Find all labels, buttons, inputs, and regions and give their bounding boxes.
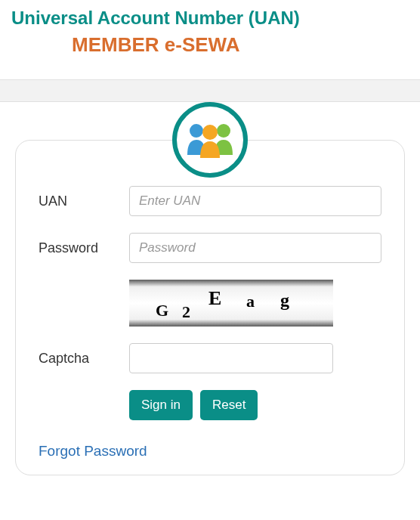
svg-point-2 xyxy=(202,125,218,140)
signin-button[interactable]: Sign in xyxy=(129,390,193,420)
page-header: Universal Account Number (UAN) MEMBER e-… xyxy=(0,0,420,72)
uan-input[interactable] xyxy=(129,186,381,216)
reset-button[interactable]: Reset xyxy=(200,390,258,420)
captcha-char-4: a xyxy=(246,292,255,311)
uan-label: UAN xyxy=(39,193,129,209)
password-label: Password xyxy=(39,240,129,256)
divider-band xyxy=(0,79,420,102)
title-uan: Universal Account Number (UAN) xyxy=(11,8,409,29)
password-input[interactable] xyxy=(129,233,381,263)
people-group-icon xyxy=(172,102,248,178)
login-card: UAN Password G 2 E a g Captcha Sign in R… xyxy=(15,140,405,475)
captcha-char-1: G xyxy=(156,301,168,320)
captcha-char-5: g xyxy=(280,290,289,311)
captcha-char-3: E xyxy=(208,287,221,310)
captcha-image: G 2 E a g xyxy=(129,280,333,327)
title-member-esewa: MEMBER e-SEWA xyxy=(11,33,409,57)
captcha-input[interactable] xyxy=(129,343,333,373)
svg-point-1 xyxy=(217,124,230,138)
captcha-label: Captcha xyxy=(39,351,129,367)
captcha-char-2: 2 xyxy=(182,302,190,322)
forgot-password-link[interactable]: Forgot Password xyxy=(39,443,147,459)
svg-point-0 xyxy=(190,124,203,138)
